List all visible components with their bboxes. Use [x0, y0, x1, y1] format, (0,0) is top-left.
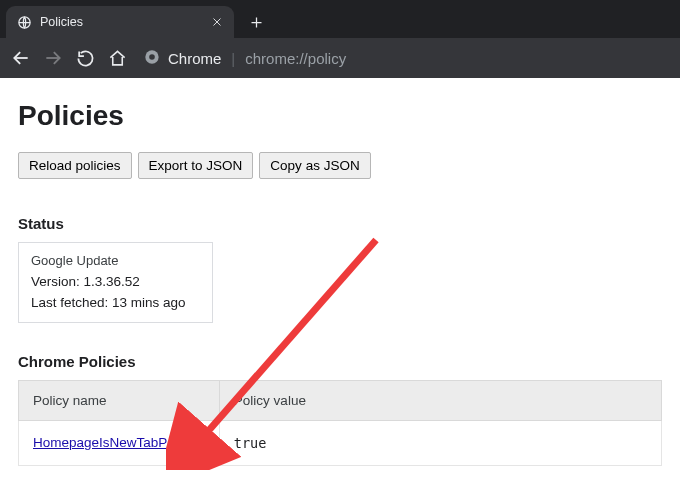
- status-box: Google Update Version: 1.3.36.52 Last fe…: [18, 242, 213, 323]
- svg-point-2: [149, 54, 155, 60]
- omnibox-chip: Chrome: [144, 49, 221, 68]
- home-button[interactable]: [106, 47, 128, 69]
- page-title: Policies: [18, 100, 662, 132]
- omnibox-url: chrome://policy: [245, 50, 346, 67]
- browser-tab[interactable]: Policies: [6, 6, 234, 38]
- col-policy-value: Policy value: [219, 381, 661, 421]
- page-content: Policies Reload policies Export to JSON …: [0, 78, 680, 484]
- globe-icon: [16, 14, 32, 30]
- browser-chrome: Policies Chrome |: [0, 0, 680, 78]
- status-heading: Status: [18, 215, 662, 232]
- col-policy-name: Policy name: [19, 381, 220, 421]
- policies-table: Policy name Policy value HomepageIsNewTa…: [18, 380, 662, 466]
- export-json-button[interactable]: Export to JSON: [138, 152, 254, 179]
- status-version: Version: 1.3.36.52: [31, 274, 200, 289]
- new-tab-button[interactable]: [242, 8, 270, 36]
- browser-toolbar: Chrome | chrome://policy: [0, 38, 680, 78]
- status-last-fetched: Last fetched: 13 mins ago: [31, 295, 200, 310]
- reload-button[interactable]: [74, 47, 96, 69]
- copy-json-button[interactable]: Copy as JSON: [259, 152, 370, 179]
- forward-button[interactable]: [42, 47, 64, 69]
- tab-strip: Policies: [0, 0, 680, 38]
- address-bar[interactable]: Chrome | chrome://policy: [144, 49, 346, 68]
- omnibox-separator: |: [231, 50, 235, 67]
- policy-name-link[interactable]: HomepageIsNewTabPage: [33, 435, 205, 450]
- status-legend: Google Update: [31, 253, 200, 268]
- external-link-icon: [193, 437, 205, 449]
- reload-policies-button[interactable]: Reload policies: [18, 152, 132, 179]
- chrome-policies-heading: Chrome Policies: [18, 353, 662, 370]
- policy-value-cell: true: [219, 421, 661, 466]
- action-button-row: Reload policies Export to JSON Copy as J…: [18, 152, 662, 179]
- back-button[interactable]: [10, 47, 32, 69]
- chrome-icon: [144, 49, 160, 68]
- omnibox-chip-label: Chrome: [168, 50, 221, 67]
- close-icon[interactable]: [210, 15, 224, 29]
- table-row: HomepageIsNewTabPage true: [19, 421, 662, 466]
- tab-title: Policies: [40, 15, 202, 29]
